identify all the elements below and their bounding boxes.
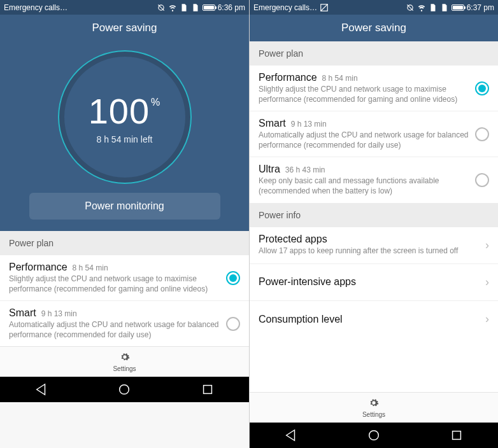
power-monitoring-button[interactable]: Power monitoring <box>29 193 220 220</box>
power-info-list: Protected apps Allow 17 apps to keep run… <box>250 227 498 338</box>
battery-icon <box>203 4 215 11</box>
plan-title: Performance <box>259 72 317 83</box>
radio-unselected-icon[interactable] <box>226 317 240 331</box>
radio-unselected-icon[interactable] <box>475 173 489 187</box>
settings-label: Settings <box>113 365 136 372</box>
svg-rect-1 <box>203 386 211 394</box>
plan-option-ultra[interactable]: Ultra 36 h 43 min Keep only basic call a… <box>250 157 498 202</box>
info-power-intensive-apps[interactable]: Power-intensive apps › <box>250 264 498 301</box>
battery-hero: 100 % 8 h 54 min left Power monitoring <box>0 41 249 231</box>
status-time: 6:37 pm <box>467 3 494 12</box>
info-desc: Allow 17 apps to keep running after the … <box>259 246 480 256</box>
plan-title: Smart <box>259 118 286 129</box>
plan-time: 9 h 13 min <box>41 309 77 318</box>
wifi-icon <box>417 3 426 12</box>
gear-icon <box>120 352 130 365</box>
info-title: Consumption level <box>259 314 480 325</box>
nav-bar <box>0 377 249 402</box>
section-header-power-info: Power info <box>250 203 498 227</box>
time-remaining: 8 h 54 min left <box>89 134 161 144</box>
svg-point-0 <box>120 385 129 395</box>
sim2-icon <box>191 3 200 12</box>
alarm-off-icon <box>406 3 415 12</box>
settings-button[interactable]: Settings <box>250 392 498 423</box>
gear-icon <box>369 398 379 410</box>
plan-time: 36 h 43 min <box>285 165 325 174</box>
info-title: Protected apps <box>259 234 480 245</box>
screen-power-plans: Emergency calls… 6:37 pm Power saving Po… <box>249 0 498 448</box>
info-protected-apps[interactable]: Protected apps Allow 17 apps to keep run… <box>250 227 498 264</box>
wifi-icon <box>168 3 177 12</box>
nav-home-button[interactable] <box>332 423 415 448</box>
chevron-right-icon: › <box>480 276 489 289</box>
page-title: Power saving <box>250 15 498 41</box>
radio-selected-icon[interactable] <box>226 271 240 285</box>
status-bar: Emergency calls… 6:37 pm <box>250 0 498 15</box>
plan-desc: Keep only basic call and message functio… <box>259 176 475 196</box>
power-plan-list: Performance 8 h 54 min Slightly adjust t… <box>0 255 249 346</box>
battery-pct-value: 100 <box>89 90 150 132</box>
plan-desc: Automatically adjust the CPU and network… <box>9 320 226 340</box>
plan-desc: Automatically adjust the CPU and network… <box>259 130 475 150</box>
plan-option-smart[interactable]: Smart 9 h 13 min Automatically adjust th… <box>250 111 498 157</box>
carrier-text: Emergency calls… <box>253 3 317 12</box>
info-title: Power-intensive apps <box>259 276 480 288</box>
plan-option-performance[interactable]: Performance 8 h 54 min Slightly adjust t… <box>250 66 498 111</box>
radio-unselected-icon[interactable] <box>475 127 489 141</box>
radio-selected-icon[interactable] <box>475 81 489 95</box>
settings-button[interactable]: Settings <box>0 346 249 377</box>
svg-point-3 <box>369 431 379 440</box>
status-bar: Emergency calls… 6:36 pm <box>0 0 249 15</box>
percent-symbol: % <box>151 97 160 108</box>
sim2-icon <box>440 3 449 12</box>
settings-label: Settings <box>362 411 385 418</box>
page-title: Power saving <box>0 15 249 41</box>
section-header-power-plan: Power plan <box>0 231 249 255</box>
alarm-off-icon <box>157 3 166 12</box>
battery-ring: 100 % 8 h 54 min left <box>58 50 192 184</box>
nav-back-button[interactable] <box>0 377 83 402</box>
plan-time: 9 h 13 min <box>291 120 327 129</box>
plan-title: Smart <box>9 307 36 319</box>
section-header-power-plan: Power plan <box>250 41 498 66</box>
nav-home-button[interactable] <box>83 377 166 402</box>
nav-back-button[interactable] <box>250 423 332 448</box>
plan-option-performance[interactable]: Performance 8 h 54 min Slightly adjust t… <box>0 255 249 301</box>
sim1-icon <box>429 3 438 12</box>
screenshot-icon <box>320 3 329 12</box>
nav-recent-button[interactable] <box>415 423 498 448</box>
svg-rect-4 <box>453 431 461 440</box>
plan-time: 8 h 54 min <box>322 74 358 83</box>
status-time: 6:36 pm <box>218 3 245 12</box>
sim1-icon <box>180 3 189 12</box>
plan-time: 8 h 54 min <box>73 263 108 272</box>
nav-bar <box>250 423 498 448</box>
plan-title: Performance <box>9 262 68 273</box>
battery-icon <box>452 4 464 11</box>
chevron-right-icon: › <box>480 312 489 326</box>
carrier-text: Emergency calls… <box>4 3 68 12</box>
info-consumption-level[interactable]: Consumption level › <box>250 301 498 338</box>
screen-power-overview: Emergency calls… 6:36 pm Power saving 10… <box>0 0 249 448</box>
chevron-right-icon: › <box>480 239 489 252</box>
plan-title: Ultra <box>259 164 280 175</box>
battery-percentage: 100 % <box>89 90 161 132</box>
plan-desc: Slightly adjust the CPU and network usag… <box>259 85 475 104</box>
plan-desc: Slightly adjust the CPU and network usag… <box>9 274 226 294</box>
nav-recent-button[interactable] <box>166 377 249 402</box>
plan-option-smart[interactable]: Smart 9 h 13 min Automatically adjust th… <box>0 301 249 346</box>
power-plan-list: Performance 8 h 54 min Slightly adjust t… <box>250 66 498 203</box>
